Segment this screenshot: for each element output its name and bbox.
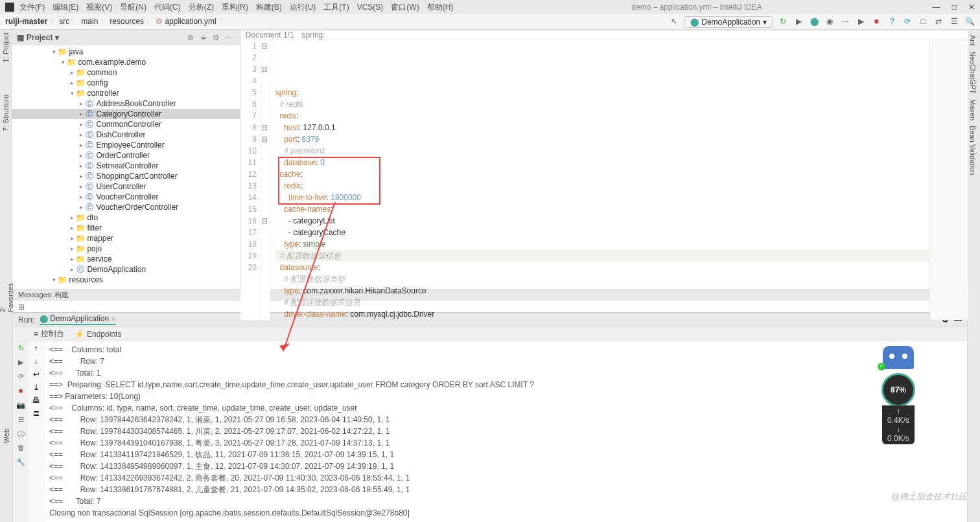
tree-CommonController[interactable]: ▸ⒸCommonController [12,119,239,130]
tree-UserController[interactable]: ▸ⒸUserController [12,181,239,192]
tree-filter[interactable]: ▸📁filter [12,223,239,233]
tree-VoucherController[interactable]: ▸ⒸVoucherController [12,192,239,202]
tree-SetmealController[interactable]: ▸ⒸSetmealController [12,161,239,171]
code-editor[interactable]: 1234567891011121314151617181920 ⊟ ⊟ ⊟⊟ ⊟… [240,40,968,320]
profile-icon[interactable]: ⋯ [840,17,850,27]
tree-config[interactable]: ▸📁config [12,78,239,88]
camera-icon[interactable]: 📷 [16,401,26,411]
crumb-file[interactable]: ⚙ application.yml [156,17,226,27]
menu-refactor[interactable]: 重构(R) [222,2,248,13]
info-icon[interactable]: ⓘ [16,429,26,440]
left-rail-structure[interactable]: 7: Structure [2,95,10,131]
tree-VoucherOrderController[interactable]: ▸ⒸVoucherOrderController [12,202,239,212]
menu-vcs[interactable]: VCS(S) [357,3,384,12]
tree-mapper[interactable]: ▸📁mapper [12,233,239,244]
hammer-icon[interactable]: ↖ [669,17,679,27]
menu-run[interactable]: 运行(U) [290,2,316,13]
tool1-icon[interactable]: □ [918,17,928,27]
trash-icon[interactable]: 🗑 [16,444,26,454]
tree-resources[interactable]: ▾📁resources [12,275,239,285]
run-with-coverage-icon[interactable]: ◉ [824,17,835,27]
attach-icon[interactable]: ▶ [856,17,866,27]
scroll-end-icon[interactable]: ⤓ [33,383,40,392]
messages-tool-icon[interactable]: ⊞ [18,302,25,312]
tree-CategoryController[interactable]: ▸ⒸCategoryController [12,109,239,119]
run-config-selector[interactable]: ⬤DemoApplication ▾ [684,16,773,28]
menu-help[interactable]: 帮助(H) [427,2,454,13]
stop2-icon[interactable]: ■ [16,387,26,397]
menu-view[interactable]: 视图(V) [86,2,112,13]
refresh-icon[interactable]: ⟳ [16,372,26,383]
right-rail-maven[interactable]: Maven [969,99,977,120]
tree-demoapp[interactable]: ▸ⒸDemoApplication [12,264,239,275]
stacks-icon[interactable]: ⊟ [16,415,26,426]
tree-service[interactable]: ▸📁service [12,254,239,264]
run-tool-window: Run: ⬤DemoApplication✕ ⚙ — ≡ 控制台 ⚡ Endpo… [13,312,967,522]
down-icon[interactable]: ↓ [34,357,38,366]
crumb-root[interactable]: ruiji-master [5,17,56,27]
tree-controller[interactable]: ▾📁controller [12,88,239,98]
stop-icon[interactable]: ■ [871,17,881,27]
tree-common[interactable]: ▸📁common [12,67,239,78]
search-icon[interactable]: 🔍 [964,17,975,27]
tree-java[interactable]: ▾📁java [12,47,239,57]
right-rail-bean[interactable]: Bean Validation [969,126,977,175]
crumb-3[interactable]: resources [110,17,153,27]
crumb-2[interactable]: main [81,17,107,27]
tree-EmployeeController[interactable]: ▸ⒸEmployeeController [12,140,239,150]
menu-analyze[interactable]: 分析(Z) [189,2,214,13]
update-icon[interactable]: ⟳ [902,17,913,27]
menu-code[interactable]: 代码(C) [154,2,181,13]
play-icon[interactable]: ▶ [793,17,804,27]
filter-icon[interactable]: ≣ [33,409,40,418]
watermark: @稀土掘金技术社区 [891,491,967,503]
help-icon[interactable]: ? [887,17,897,27]
wrench-icon[interactable]: 🔧 [16,458,26,468]
minimap[interactable] [929,40,968,320]
project-panel: ▦ Project ▾ ⊕ ≑ ⚙ — ▾📁java▾📁com.example.… [12,30,240,289]
run-app-tab[interactable]: ⬤DemoApplication✕ [40,314,116,325]
console-output[interactable]: <== Columns: total<== Row: 7<== Total: 1… [44,341,967,522]
menu-edit[interactable]: 编辑(E) [52,2,78,13]
run-tab-console[interactable]: ≡ 控制台 [34,328,64,339]
tree-OrderController[interactable]: ▸ⒸOrderController [12,150,239,161]
collapse-all-icon[interactable]: ≑ [198,33,209,42]
tool3-icon[interactable]: ☰ [949,17,959,27]
assistant-widget[interactable]: ✓ 87% ↑ 0.4K/s ↓ 0.0K/s [875,346,922,444]
rerun2-icon[interactable]: ↻ [16,344,26,354]
locate-icon[interactable]: ⊕ [185,33,196,42]
maximize-icon[interactable]: □ [952,3,957,12]
tree-pkg[interactable]: ▾📁com.example.demo [12,57,239,67]
softwrap-icon[interactable]: ↩ [33,370,40,379]
tree-ShoppingCartController[interactable]: ▸ⒸShoppingCartController [12,171,239,181]
tree-DishController[interactable]: ▸ⒸDishController [12,130,239,140]
menu-file[interactable]: 文件(F) [19,2,45,13]
run-tab-endpoints[interactable]: ⚡ Endpoints [75,330,121,339]
left-rail-web[interactable]: Web [3,429,10,443]
left-rail-project[interactable]: 1: Project [2,32,10,62]
tool2-icon[interactable]: ⇄ [933,17,944,27]
tree-pojo[interactable]: ▸📁pojo [12,244,239,254]
crumb-1[interactable]: src [59,17,78,27]
play2-icon[interactable]: ▶ [16,358,26,369]
hide-icon[interactable]: — [224,33,235,42]
print-icon[interactable]: 🖶 [32,396,40,405]
right-rail-ant[interactable]: Ant [969,35,977,46]
gear-icon[interactable]: ⚙ [211,33,222,42]
run-app-close-icon[interactable]: ✕ [111,315,116,323]
menu-tools[interactable]: 工具(T) [323,2,349,13]
menu-window[interactable]: 窗口(W) [391,2,419,13]
left-rail-favorites[interactable]: 2: Favorites [0,283,14,312]
up-icon[interactable]: ↑ [34,344,38,353]
tree-dto[interactable]: ▸📁dto [12,212,239,223]
right-rail-chatgpt[interactable]: NeoChatGPT [969,51,977,94]
editor-breadcrumb[interactable]: spring: [302,30,325,40]
close-icon[interactable]: ✕ [968,3,975,12]
menu-nav[interactable]: 导航(N) [120,2,146,13]
minimize-icon[interactable]: — [933,3,940,12]
project-tree[interactable]: ▾📁java▾📁com.example.demo▸📁common▸📁config… [12,45,239,289]
menu-build[interactable]: 构建(B) [256,2,282,13]
rerun-icon[interactable]: ↻ [778,17,788,27]
debug-icon[interactable]: ⬤ [809,17,819,27]
tree-AddressBookController[interactable]: ▸ⒸAddressBookController [12,98,239,109]
